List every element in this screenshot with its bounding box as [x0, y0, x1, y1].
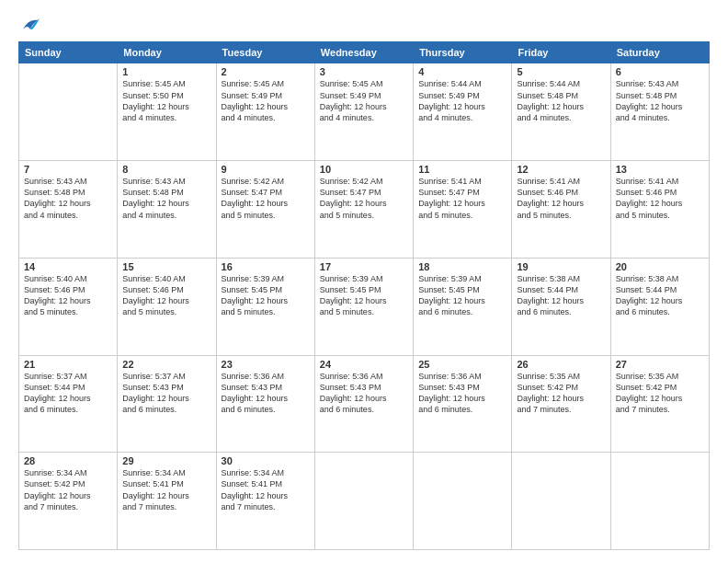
day-number: 3: [320, 66, 408, 77]
weekday-header-row: SundayMondayTuesdayWednesdayThursdayFrid…: [19, 42, 710, 63]
weekday-header-wednesday: Wednesday: [314, 42, 413, 63]
calendar-cell: 8Sunrise: 5:43 AM Sunset: 5:48 PM Daylig…: [118, 161, 216, 259]
calendar-cell: 14Sunrise: 5:40 AM Sunset: 5:46 PM Dayli…: [19, 258, 118, 355]
weekday-header-sunday: Sunday: [19, 42, 118, 63]
day-detail: Sunrise: 5:39 AM Sunset: 5:45 PM Dayligh…: [320, 273, 408, 318]
weekday-header-thursday: Thursday: [414, 42, 512, 63]
header: [18, 17, 710, 32]
day-number: 26: [517, 359, 605, 370]
day-number: 8: [122, 164, 210, 175]
calendar-cell: 2Sunrise: 5:45 AM Sunset: 5:49 PM Daylig…: [216, 63, 314, 161]
day-number: 27: [616, 359, 704, 370]
day-detail: Sunrise: 5:39 AM Sunset: 5:45 PM Dayligh…: [222, 273, 310, 318]
calendar-cell: 20Sunrise: 5:38 AM Sunset: 5:44 PM Dayli…: [610, 258, 709, 355]
calendar-cell: 19Sunrise: 5:38 AM Sunset: 5:44 PM Dayli…: [512, 258, 610, 355]
calendar-cell: 25Sunrise: 5:36 AM Sunset: 5:43 PM Dayli…: [414, 355, 512, 453]
day-number: 18: [418, 261, 506, 272]
week-row-5: 28Sunrise: 5:34 AM Sunset: 5:42 PM Dayli…: [19, 453, 710, 550]
day-number: 21: [24, 359, 112, 370]
calendar-cell: 10Sunrise: 5:42 AM Sunset: 5:47 PM Dayli…: [314, 161, 413, 259]
calendar-cell: [610, 453, 709, 550]
calendar-cell: 3Sunrise: 5:45 AM Sunset: 5:49 PM Daylig…: [314, 63, 413, 161]
day-number: 7: [24, 164, 112, 175]
day-number: 5: [517, 66, 605, 77]
calendar-cell: 26Sunrise: 5:35 AM Sunset: 5:42 PM Dayli…: [512, 355, 610, 453]
day-number: 1: [122, 66, 210, 77]
day-detail: Sunrise: 5:41 AM Sunset: 5:46 PM Dayligh…: [517, 176, 605, 221]
day-number: 12: [517, 164, 605, 175]
day-number: 29: [122, 455, 210, 466]
calendar-cell: 12Sunrise: 5:41 AM Sunset: 5:46 PM Dayli…: [512, 161, 610, 259]
day-detail: Sunrise: 5:34 AM Sunset: 5:41 PM Dayligh…: [222, 467, 310, 512]
calendar-cell: 18Sunrise: 5:39 AM Sunset: 5:45 PM Dayli…: [414, 258, 512, 355]
day-detail: Sunrise: 5:36 AM Sunset: 5:43 PM Dayligh…: [320, 371, 408, 416]
calendar-cell: 24Sunrise: 5:36 AM Sunset: 5:43 PM Dayli…: [314, 355, 413, 453]
day-detail: Sunrise: 5:38 AM Sunset: 5:44 PM Dayligh…: [616, 273, 704, 318]
calendar-cell: 1Sunrise: 5:45 AM Sunset: 5:50 PM Daylig…: [118, 63, 216, 161]
day-number: 15: [122, 261, 210, 272]
day-number: 4: [418, 66, 506, 77]
day-number: 6: [616, 66, 704, 77]
calendar-cell: 21Sunrise: 5:37 AM Sunset: 5:44 PM Dayli…: [19, 355, 118, 453]
calendar-cell: 7Sunrise: 5:43 AM Sunset: 5:48 PM Daylig…: [19, 161, 118, 259]
day-detail: Sunrise: 5:36 AM Sunset: 5:43 PM Dayligh…: [418, 371, 506, 416]
day-detail: Sunrise: 5:44 AM Sunset: 5:49 PM Dayligh…: [418, 78, 506, 123]
calendar-table: SundayMondayTuesdayWednesdayThursdayFrid…: [18, 41, 710, 550]
day-detail: Sunrise: 5:45 AM Sunset: 5:50 PM Dayligh…: [122, 78, 210, 123]
week-row-4: 21Sunrise: 5:37 AM Sunset: 5:44 PM Dayli…: [19, 355, 710, 453]
calendar-cell: 16Sunrise: 5:39 AM Sunset: 5:45 PM Dayli…: [216, 258, 314, 355]
day-number: 20: [616, 261, 704, 272]
weekday-header-friday: Friday: [512, 42, 610, 63]
day-number: 23: [222, 359, 310, 370]
calendar-cell: 11Sunrise: 5:41 AM Sunset: 5:47 PM Dayli…: [414, 161, 512, 259]
day-detail: Sunrise: 5:34 AM Sunset: 5:41 PM Dayligh…: [122, 467, 210, 512]
day-number: 11: [418, 164, 506, 175]
calendar-cell: 15Sunrise: 5:40 AM Sunset: 5:46 PM Dayli…: [118, 258, 216, 355]
day-number: 13: [616, 164, 704, 175]
day-number: 14: [24, 261, 112, 272]
day-detail: Sunrise: 5:43 AM Sunset: 5:48 PM Dayligh…: [24, 176, 112, 221]
day-detail: Sunrise: 5:40 AM Sunset: 5:46 PM Dayligh…: [122, 273, 210, 318]
day-number: 10: [320, 164, 408, 175]
day-detail: Sunrise: 5:45 AM Sunset: 5:49 PM Dayligh…: [222, 78, 310, 123]
calendar-cell: 28Sunrise: 5:34 AM Sunset: 5:42 PM Dayli…: [19, 453, 118, 550]
logo-bird-icon: [21, 17, 41, 36]
day-detail: Sunrise: 5:37 AM Sunset: 5:43 PM Dayligh…: [122, 371, 210, 416]
day-detail: Sunrise: 5:42 AM Sunset: 5:47 PM Dayligh…: [320, 176, 408, 221]
weekday-header-monday: Monday: [118, 42, 216, 63]
day-detail: Sunrise: 5:35 AM Sunset: 5:42 PM Dayligh…: [616, 371, 704, 416]
day-detail: Sunrise: 5:40 AM Sunset: 5:46 PM Dayligh…: [24, 273, 112, 318]
calendar-cell: [314, 453, 413, 550]
day-number: 19: [517, 261, 605, 272]
calendar-cell: 22Sunrise: 5:37 AM Sunset: 5:43 PM Dayli…: [118, 355, 216, 453]
calendar-cell: 5Sunrise: 5:44 AM Sunset: 5:48 PM Daylig…: [512, 63, 610, 161]
calendar-cell: [19, 63, 118, 161]
calendar-cell: 30Sunrise: 5:34 AM Sunset: 5:41 PM Dayli…: [216, 453, 314, 550]
day-detail: Sunrise: 5:36 AM Sunset: 5:43 PM Dayligh…: [222, 371, 310, 416]
day-number: 28: [24, 455, 112, 466]
week-row-1: 1Sunrise: 5:45 AM Sunset: 5:50 PM Daylig…: [19, 63, 710, 161]
day-detail: Sunrise: 5:41 AM Sunset: 5:46 PM Dayligh…: [616, 176, 704, 221]
day-detail: Sunrise: 5:41 AM Sunset: 5:47 PM Dayligh…: [418, 176, 506, 221]
day-detail: Sunrise: 5:35 AM Sunset: 5:42 PM Dayligh…: [517, 371, 605, 416]
day-detail: Sunrise: 5:38 AM Sunset: 5:44 PM Dayligh…: [517, 273, 605, 318]
week-row-2: 7Sunrise: 5:43 AM Sunset: 5:48 PM Daylig…: [19, 161, 710, 259]
day-detail: Sunrise: 5:43 AM Sunset: 5:48 PM Dayligh…: [122, 176, 210, 221]
weekday-header-saturday: Saturday: [610, 42, 709, 63]
calendar-cell: 13Sunrise: 5:41 AM Sunset: 5:46 PM Dayli…: [610, 161, 709, 259]
logo: [18, 17, 41, 32]
calendar-cell: [414, 453, 512, 550]
day-detail: Sunrise: 5:45 AM Sunset: 5:49 PM Dayligh…: [320, 78, 408, 123]
day-number: 17: [320, 261, 408, 272]
day-detail: Sunrise: 5:42 AM Sunset: 5:47 PM Dayligh…: [222, 176, 310, 221]
week-row-3: 14Sunrise: 5:40 AM Sunset: 5:46 PM Dayli…: [19, 258, 710, 355]
day-number: 9: [222, 164, 310, 175]
day-detail: Sunrise: 5:34 AM Sunset: 5:42 PM Dayligh…: [24, 467, 112, 512]
day-detail: Sunrise: 5:43 AM Sunset: 5:48 PM Dayligh…: [616, 78, 704, 123]
calendar-cell: 17Sunrise: 5:39 AM Sunset: 5:45 PM Dayli…: [314, 258, 413, 355]
calendar-cell: [512, 453, 610, 550]
day-number: 25: [418, 359, 506, 370]
day-number: 30: [222, 455, 310, 466]
day-number: 16: [222, 261, 310, 272]
day-number: 2: [222, 66, 310, 77]
